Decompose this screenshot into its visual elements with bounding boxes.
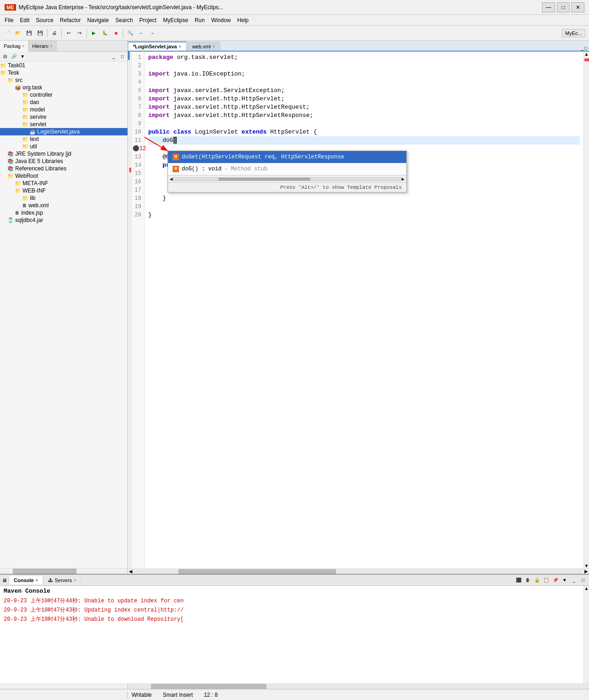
tree-item-webroot[interactable]: 📁 WebRoot: [0, 172, 127, 180]
ac-scroll-track[interactable]: [173, 177, 402, 181]
status-right: Writable Smart Insert 12 : 8: [128, 692, 221, 698]
tree-item-referenced-libraries[interactable]: 📚 Referenced Libraries: [0, 165, 127, 172]
toolbar-save[interactable]: 💾: [24, 28, 34, 38]
console-scroll-lock-btn[interactable]: 🔒: [533, 576, 541, 584]
tab-loginservlet-close[interactable]: ×: [179, 44, 181, 49]
menu-source[interactable]: Source: [33, 16, 56, 24]
console-hscrollbar[interactable]: [0, 683, 589, 689]
tree-item-metainf[interactable]: 📁 META-INF: [0, 180, 127, 187]
tree-item-text[interactable]: 📁 text: [0, 135, 127, 143]
console-minimize-btn[interactable]: _: [570, 576, 578, 584]
ac-scroll-right[interactable]: ▶: [402, 176, 404, 182]
console-scroll-track[interactable]: [584, 591, 589, 683]
code-editor[interactable]: package org.task.servlet; import java.io…: [144, 52, 583, 568]
tree-item-util[interactable]: 📁 util: [0, 143, 127, 150]
menu-project[interactable]: Project: [137, 16, 159, 24]
autocomplete-scrollbar[interactable]: ◀ ▶: [168, 175, 406, 182]
console-terminate-btn[interactable]: ⬛: [514, 576, 523, 584]
editor-minimize-btn[interactable]: _: [581, 46, 583, 51]
autocomplete-item-dog[interactable]: M doG() : void - Method stub: [168, 163, 406, 175]
tab-webxml-close[interactable]: ×: [213, 44, 215, 49]
toolbar-redo[interactable]: ↪: [75, 28, 85, 38]
tree-item-loginservlet[interactable]: ☕ LoginServlet.java: [0, 128, 127, 135]
menu-help[interactable]: Help: [235, 16, 252, 24]
toolbar-search[interactable]: 🔍: [125, 28, 135, 38]
hscroll-left-btn[interactable]: ◀: [128, 569, 133, 574]
close-button[interactable]: ✕: [572, 2, 584, 12]
toolbar-open[interactable]: 📂: [13, 28, 23, 38]
tree-item-task01[interactable]: 📁 Task01: [0, 62, 127, 69]
tree-item-orgtask[interactable]: 📦 org.task: [0, 84, 127, 91]
tab-servers-close[interactable]: ×: [74, 578, 76, 583]
console-scrollbar[interactable]: ▲ ▼: [583, 586, 589, 683]
tree-item-tesk[interactable]: 📁 Tesk: [0, 69, 127, 76]
editor-right-scrollbar[interactable]: ▲ ▼: [583, 52, 589, 568]
xml-icon: 🗎: [22, 203, 27, 208]
tree-item-webxml[interactable]: 🗎 web.xml: [0, 202, 127, 209]
toolbar-debug[interactable]: 🐛: [100, 28, 110, 38]
code-line-8: import javax.servlet.http.HttpServletRes…: [148, 111, 580, 120]
scroll-down-btn[interactable]: ▼: [584, 563, 589, 568]
tree-item-controller[interactable]: 📁 controller: [0, 91, 127, 99]
tree-item-src[interactable]: 📁 src: [0, 76, 127, 84]
tree-item-webinf[interactable]: 📁 WEB-INF: [0, 187, 127, 194]
panel-min[interactable]: _: [110, 52, 118, 61]
console-maximize-btn[interactable]: □: [579, 576, 587, 584]
console-clear-btn[interactable]: 🗑: [524, 576, 532, 584]
h-scroll-track[interactable]: [133, 569, 583, 574]
maximize-button[interactable]: □: [557, 2, 570, 12]
menu-edit[interactable]: Edit: [17, 16, 32, 24]
tree-item-sqljdbc[interactable]: 🫙 sqljdbc4.jar: [0, 216, 127, 224]
right-h-scroll[interactable]: [128, 684, 589, 689]
menu-navigate[interactable]: Navigate: [84, 16, 111, 24]
tree-label: org.task: [23, 84, 42, 91]
tab-hierarchy-close[interactable]: ×: [50, 44, 52, 48]
tab-console[interactable]: Console ×: [9, 576, 43, 584]
console-pin-btn[interactable]: 📌: [551, 576, 560, 584]
tab-hierarchy[interactable]: Hierarc ×: [29, 41, 57, 51]
tab-loginservlet[interactable]: *LoginServlet.java ×: [128, 41, 186, 51]
tree-item-dao[interactable]: 📁 dao: [0, 99, 127, 106]
panel-menu[interactable]: ▼: [18, 52, 27, 61]
menu-window[interactable]: Window: [208, 16, 234, 24]
toolbar-forward[interactable]: →: [147, 28, 157, 38]
toolbar-print[interactable]: 🖨: [49, 28, 59, 38]
scroll-up-btn[interactable]: ▲: [584, 52, 589, 57]
toolbar-new[interactable]: 📄: [2, 28, 12, 38]
toolbar-back[interactable]: ←: [136, 28, 146, 38]
editor-maximize-btn[interactable]: □: [584, 46, 587, 51]
autocomplete-item-doget[interactable]: M doGet(HttpServletRequest req, HttpServ…: [168, 151, 406, 163]
menu-run[interactable]: Run: [192, 16, 208, 24]
tree-item-javaee[interactable]: 📚 Java EE 5 Libraries: [0, 158, 127, 165]
tree-item-model[interactable]: 📁 model: [0, 106, 127, 113]
tree-item-servire[interactable]: 📁 servire: [0, 113, 127, 121]
toolbar-run[interactable]: ▶: [89, 28, 99, 38]
toolbar-saveall[interactable]: 💾: [35, 28, 45, 38]
code-line-3: import java.io.IOException;: [148, 70, 580, 78]
tree-item-lib[interactable]: 📁 lib: [0, 194, 127, 202]
tab-package-explorer[interactable]: Packag ×: [0, 41, 29, 52]
panel-max[interactable]: □: [118, 52, 127, 61]
tree-item-servlet[interactable]: 📁 servlet: [0, 121, 127, 128]
menu-myeclipse[interactable]: MyEclipse: [160, 16, 191, 24]
menu-file[interactable]: File: [2, 16, 16, 24]
toolbar-stop[interactable]: ■: [111, 28, 121, 38]
tab-servers[interactable]: 🖧 Servers ×: [43, 576, 81, 584]
minimize-button[interactable]: —: [542, 2, 555, 12]
hscroll-right-btn[interactable]: ▶: [583, 569, 589, 574]
tab-package-close[interactable]: ×: [22, 44, 24, 48]
menu-refactor[interactable]: Refactor: [57, 16, 83, 24]
panel-link[interactable]: 🔗: [10, 52, 18, 61]
toolbar-undo[interactable]: ↩: [64, 28, 74, 38]
panel-collapse-all[interactable]: ⊟: [1, 52, 9, 61]
left-panel-scrollbar[interactable]: [0, 568, 127, 574]
console-copy-btn[interactable]: 📋: [542, 576, 550, 584]
menu-search[interactable]: Search: [113, 16, 136, 24]
console-menu-btn[interactable]: ▼: [560, 576, 569, 584]
editor-horizontal-scrollbar[interactable]: ◀ ▶: [128, 568, 589, 574]
tab-webxml[interactable]: web.xml ×: [187, 42, 220, 51]
tree-item-indexjsp[interactable]: 🗎 index.jsp: [0, 209, 127, 216]
tree-item-jre[interactable]: 📚 JRE System Library [jd: [0, 150, 127, 158]
tab-console-close[interactable]: ×: [35, 578, 38, 583]
console-scroll-up[interactable]: ▲: [584, 586, 589, 591]
